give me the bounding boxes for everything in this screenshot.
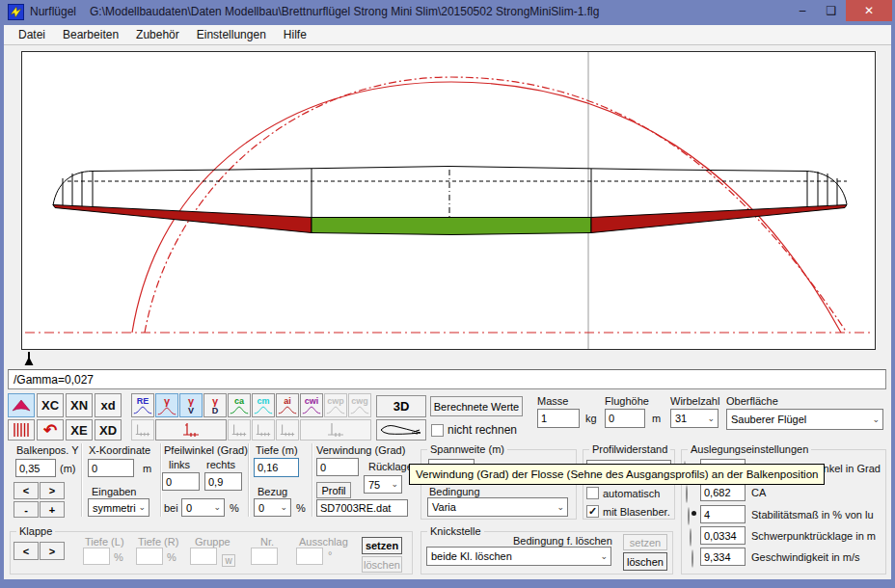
oberflaeche-label: Oberfläche (726, 395, 778, 407)
klappe-next-button[interactable]: > (40, 542, 65, 560)
bedingung-dropdown[interactable]: Varia ⌄ (427, 497, 568, 517)
klappe-loeschen-button: löschen (362, 556, 402, 573)
menu-hilfe[interactable]: Hilfe (275, 25, 315, 44)
axis-icon-gray-3 (255, 422, 272, 438)
nicht-rechnen-field: nicht rechnen (431, 423, 517, 437)
berechnete-werte-button[interactable]: Berechnete Werte (430, 396, 523, 416)
knickstelle-loeschen-button[interactable]: löschen (623, 552, 667, 571)
menu-datei[interactable]: Datei (10, 25, 54, 44)
rib-view-button[interactable] (8, 419, 35, 441)
xc-button[interactable]: XC (37, 393, 64, 417)
nr-label: Nr. (260, 536, 274, 548)
re-plot-button[interactable]: RE (131, 393, 154, 417)
xe-button[interactable]: XE (66, 419, 93, 441)
knickstelle-label: Knickstelle (427, 525, 484, 537)
gamma-plot-button[interactable]: γ (155, 393, 178, 417)
knickstelle-dropdown[interactable]: beide Kl. löschen ⌄ (426, 547, 611, 566)
cm-curve-icon (254, 406, 273, 414)
pfeilwinkel-links-input[interactable]: 0 (162, 472, 200, 491)
bezug-dropdown[interactable]: 0 ⌄ (254, 498, 291, 517)
tiefe-l-label: Tiefe (L) (85, 536, 124, 548)
cwi-plot-button[interactable]: cwi (300, 393, 323, 417)
oberflaeche-dropdown[interactable]: Sauberer Flügel ⌄ (726, 409, 883, 430)
chevron-down-icon: ⌄ (280, 503, 287, 512)
balkenpos-plus-button[interactable]: + (40, 501, 65, 518)
klappe-prev-button[interactable]: < (14, 542, 39, 560)
menu-einstellungen[interactable]: Einstellungen (188, 25, 275, 44)
gruppe-w-button: w (222, 554, 235, 567)
blasenber-checkbox[interactable]: ✓ (586, 505, 599, 518)
bedingung-loeschen-label: Bedingung f. löschen (513, 535, 612, 547)
3d-view-button[interactable]: 3D (376, 395, 426, 417)
klappe-setzen-button[interactable]: setzen (362, 537, 402, 554)
tiefe-input[interactable]: 0,16 (254, 458, 299, 477)
minimize-button[interactable]: – (789, 0, 816, 21)
axis-icon-gray-4 (279, 422, 296, 438)
gamma-d-button[interactable]: γ D (203, 393, 227, 417)
profil-file-input[interactable]: SD7003RE.dat (316, 499, 408, 517)
chevron-down-icon: ⌄ (391, 480, 398, 489)
ca-plot-button[interactable]: ca (228, 393, 251, 417)
wing-icon (11, 399, 32, 413)
undo-button[interactable]: ↶ (37, 419, 64, 441)
auslegung-radio-ca[interactable] (686, 485, 688, 503)
tiefe-label: Tiefe (m) (256, 444, 298, 456)
axis-icon-red (179, 422, 203, 438)
nicht-rechnen-checkbox[interactable] (431, 424, 444, 437)
tiefe-l-unit: % (114, 551, 123, 563)
xkoordinate-label: X-Koordinate (89, 444, 150, 456)
gamma-status-field[interactable]: /Gamma=0,027 (8, 369, 886, 389)
span-position-marker[interactable] (23, 352, 35, 366)
gamma-v-button[interactable]: γ V (179, 393, 203, 417)
chevron-down-icon: ⌄ (872, 415, 880, 424)
chevron-down-icon: ⌄ (600, 552, 608, 561)
menu-bearbeiten[interactable]: Bearbeiten (54, 25, 127, 44)
ai-plot-button[interactable]: ai (276, 393, 299, 417)
xd2-button[interactable]: XD (95, 419, 122, 441)
axis-icon-gray-1 (134, 422, 151, 438)
cm-plot-button[interactable]: cm (252, 393, 275, 417)
balkenpos-minus-button[interactable]: - (14, 501, 39, 518)
bei-dropdown[interactable]: 0 ⌄ (181, 498, 225, 517)
profil-button[interactable]: Profil (316, 482, 351, 498)
pfeilwinkel-label: Pfeilwinkel (Grad) (164, 444, 248, 456)
auslegung-value-stabilitaet[interactable]: 4 (700, 505, 746, 523)
close-button[interactable]: ✕ (846, 0, 892, 21)
menu-zubehoer[interactable]: Zubehör (127, 25, 188, 44)
axis-plot-button-2 (228, 419, 251, 441)
balkenpos-prev-button[interactable]: < (14, 482, 39, 499)
app-window: NurflügelG:\Modellbaudaten\Daten Modellb… (0, 0, 895, 588)
axis-plot-button-4 (276, 419, 299, 441)
wirbelzahl-dropdown[interactable]: 31 ⌄ (670, 409, 719, 428)
xn-button[interactable]: XN (66, 393, 93, 417)
balkenpos-next-button[interactable]: > (40, 482, 65, 499)
flughoehe-input[interactable]: 0 (605, 409, 645, 428)
automatisch-checkbox[interactable] (586, 487, 599, 499)
automatisch-label: automatisch (603, 488, 660, 499)
xkoordinate-input[interactable]: 0 (88, 459, 134, 477)
auslegung-label: Auslegungseinstellungen (688, 443, 811, 455)
auslegung-radio-schwerpunkt[interactable] (690, 528, 692, 547)
auslegung-value-geschwindigkeit[interactable]: 9,334 (700, 548, 746, 566)
wing-drawing-canvas[interactable] (21, 51, 876, 350)
chevron-down-icon: ⌄ (707, 414, 715, 423)
axis-plot-button-active[interactable] (155, 419, 227, 441)
wing-view-button[interactable] (8, 393, 35, 417)
eingaben-dropdown[interactable]: symmetri ⌄ (88, 498, 149, 517)
masse-unit: kg (585, 413, 597, 424)
ca-curve-icon (230, 406, 249, 414)
xd-button[interactable]: xd (95, 393, 122, 417)
auslegung-radio-stabilitaet[interactable] (688, 507, 690, 525)
masse-input[interactable]: 1 (537, 409, 580, 428)
airfoil-view-button[interactable] (376, 419, 426, 441)
chevron-down-icon: ⌄ (213, 503, 221, 512)
balkenpos-input[interactable]: 0,35 (15, 459, 56, 477)
check-icon: ✓ (588, 505, 597, 518)
auslegung-value-ca[interactable]: 0,682 (700, 483, 746, 501)
pfeilwinkel-rechts-input[interactable]: 0,9 (204, 472, 242, 491)
verwindung-input[interactable]: 0 (316, 458, 359, 476)
auslegung-value-schwerpunkt[interactable]: 0,0334 (700, 526, 746, 545)
auslegung-radio-geschwindigkeit[interactable] (692, 549, 693, 568)
ruecklage-dropdown[interactable]: 75 ⌄ (364, 475, 402, 494)
maximize-button[interactable]: ❑ (818, 0, 845, 21)
